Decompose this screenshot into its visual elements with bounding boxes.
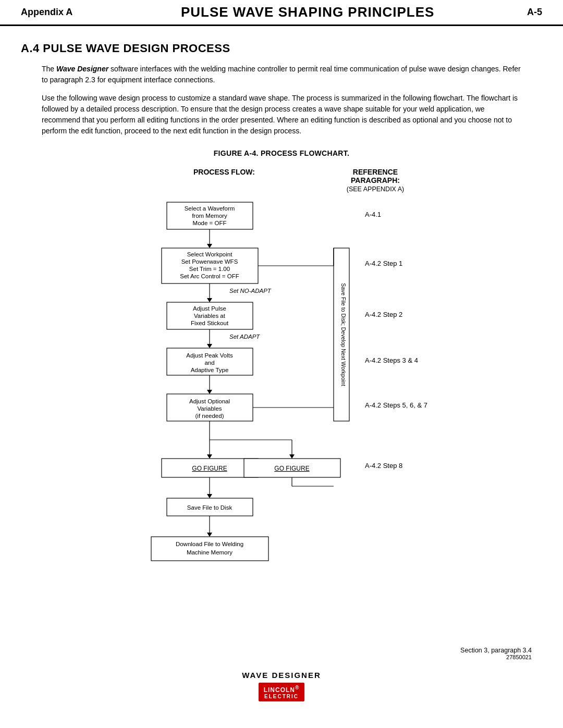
lincoln-badge: LINCOLN® ELECTRIC bbox=[259, 683, 305, 701]
flowchart-svg: Select a Waveform from Memory Mode = OFF… bbox=[99, 197, 464, 666]
svg-rect-54 bbox=[151, 537, 268, 561]
svg-marker-40 bbox=[289, 454, 295, 459]
svg-text:Mode = OFF: Mode = OFF bbox=[193, 220, 227, 226]
svg-marker-26 bbox=[207, 390, 212, 394]
page-title: PULSE WAVE SHAPING PRINCIPLES bbox=[88, 4, 527, 20]
svg-marker-20 bbox=[207, 344, 212, 348]
figure-area: FIGURE A-4. PROCESS FLOWCHART. PROCESS F… bbox=[0, 149, 563, 660]
svg-text:Save File to Disk: Save File to Disk bbox=[187, 504, 232, 511]
svg-text:Set NO-ADAPT: Set NO-ADAPT bbox=[229, 288, 272, 294]
svg-text:Select a Waveform: Select a Waveform bbox=[185, 205, 235, 212]
appendix-label: Appendix A bbox=[21, 7, 72, 18]
svg-text:A-4.2 Steps 5, 6, & 7: A-4.2 Steps 5, 6, & 7 bbox=[365, 401, 427, 409]
page: Appendix A PULSE WAVE SHAPING PRINCIPLES… bbox=[0, 0, 563, 728]
svg-text:Download File to Welding: Download File to Welding bbox=[176, 541, 243, 547]
page-number: A-5 bbox=[527, 7, 542, 18]
svg-text:Fixed Stickout: Fixed Stickout bbox=[191, 320, 229, 326]
svg-text:Set Powerwave WFS: Set Powerwave WFS bbox=[181, 258, 238, 265]
svg-text:Set Arc Control = OFF: Set Arc Control = OFF bbox=[180, 273, 239, 279]
wave-designer-bold: Wave Designer bbox=[56, 65, 108, 73]
svg-text:Save File to Disk; Develop Nex: Save File to Disk; Develop Next Workpoin… bbox=[340, 283, 347, 386]
svg-text:A-4.2 Steps 3 & 4: A-4.2 Steps 3 & 4 bbox=[365, 356, 418, 364]
svg-text:GO FIGURE: GO FIGURE bbox=[274, 465, 309, 472]
body-paragraph-2: Use the following wave design process to… bbox=[0, 93, 563, 137]
wave-designer-footer: WAVE DESIGNER LINCOLN® ELECTRIC bbox=[0, 671, 563, 712]
svg-text:Adjust Pulse: Adjust Pulse bbox=[193, 305, 226, 312]
svg-text:Set Trim = 1.00: Set Trim = 1.00 bbox=[189, 266, 230, 272]
wave-designer-label: WAVE DESIGNER bbox=[0, 671, 563, 680]
svg-text:A-4.2 Step 8: A-4.2 Step 8 bbox=[365, 462, 402, 470]
svg-text:Adjust Optional: Adjust Optional bbox=[189, 398, 230, 404]
svg-text:Select Workpoint: Select Workpoint bbox=[187, 251, 233, 257]
body-paragraph-1: The Wave Designer software interfaces wi… bbox=[0, 64, 563, 85]
lincoln-text: LINCOLN® bbox=[264, 686, 300, 694]
section-title: A.4 PULSE WAVE DESIGN PROCESS bbox=[0, 36, 563, 64]
page-header: Appendix A PULSE WAVE SHAPING PRINCIPLES… bbox=[0, 0, 563, 26]
footer-ref: Section 3, paragraph 3.4 bbox=[460, 647, 532, 654]
reg-mark: ® bbox=[295, 685, 299, 690]
svg-text:GO FIGURE: GO FIGURE bbox=[192, 465, 227, 472]
svg-text:and: and bbox=[204, 360, 214, 366]
see-appendix: (SEE APPENDIX A) bbox=[347, 186, 404, 193]
svg-text:A-4.1: A-4.1 bbox=[365, 211, 381, 218]
figure-title: FIGURE A-4. PROCESS FLOWCHART. bbox=[0, 149, 563, 157]
svg-text:from Memory: from Memory bbox=[192, 213, 227, 219]
svg-marker-13 bbox=[207, 298, 212, 302]
process-flow-header: PROCESS FLOW: bbox=[167, 168, 282, 193]
svg-text:A-4.2 Step 2: A-4.2 Step 2 bbox=[365, 311, 402, 318]
footer-doc: 27850021 bbox=[460, 654, 532, 660]
svg-marker-38 bbox=[207, 454, 212, 459]
svg-marker-5 bbox=[207, 244, 212, 248]
electric-text: ELECTRIC bbox=[264, 694, 300, 699]
reference-header: REFERENCEPARAGRAPH: (SEE APPENDIX A) bbox=[323, 168, 427, 193]
svg-text:A-4.2 Step 1: A-4.2 Step 1 bbox=[365, 260, 402, 267]
svg-marker-53 bbox=[207, 533, 212, 537]
svg-text:Adaptive Type: Adaptive Type bbox=[191, 367, 229, 373]
svg-text:Machine Memory: Machine Memory bbox=[187, 549, 232, 556]
svg-text:Variables at: Variables at bbox=[194, 313, 226, 319]
svg-marker-46 bbox=[207, 494, 212, 498]
svg-text:Variables: Variables bbox=[197, 405, 222, 412]
svg-text:(if needed): (if needed) bbox=[195, 413, 224, 419]
svg-text:Adjust Peak Volts: Adjust Peak Volts bbox=[186, 352, 233, 359]
svg-text:Set ADAPT: Set ADAPT bbox=[229, 334, 260, 340]
